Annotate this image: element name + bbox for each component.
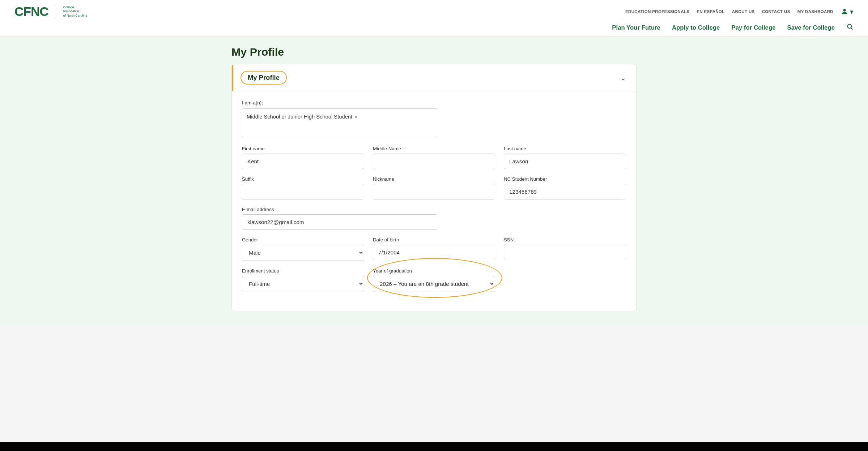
gender-select[interactable]: Male Female Other bbox=[242, 245, 364, 261]
contact-us-link[interactable]: CONTACT US bbox=[762, 9, 790, 14]
role-tag-text: Middle School or Junior High School Stud… bbox=[247, 114, 352, 120]
spacer-field bbox=[504, 268, 626, 292]
chevron-down-icon: ▾ bbox=[850, 8, 854, 16]
nc-student-label: NC Student Number bbox=[504, 176, 626, 182]
email-field: E-mail address bbox=[242, 207, 437, 230]
role-tag-remove-button[interactable]: × bbox=[354, 114, 357, 120]
middle-name-field: Middle Name bbox=[373, 146, 495, 169]
logo-sub-line1: College bbox=[63, 5, 88, 9]
suffix-input[interactable] bbox=[242, 184, 364, 199]
role-label: I am a(n): bbox=[242, 100, 437, 106]
ssn-input[interactable] bbox=[504, 245, 626, 260]
last-name-label: Last name bbox=[504, 146, 626, 151]
apply-to-college-link[interactable]: Apply to College bbox=[672, 24, 720, 31]
nc-student-input[interactable] bbox=[504, 184, 626, 199]
profile-card-header: My Profile ⌄ bbox=[232, 64, 636, 91]
page-title: My Profile bbox=[231, 46, 637, 58]
nc-student-field: NC Student Number bbox=[504, 176, 626, 199]
suffix-row: Suffix Nickname NC Student Number bbox=[242, 176, 626, 199]
grad-year-label: Year of graduation bbox=[373, 268, 495, 274]
grad-year-select[interactable]: 2026 – You are an 8th grade student 2025… bbox=[373, 276, 495, 292]
education-professionals-link[interactable]: EDUCATION PROFESSIONALS bbox=[625, 9, 689, 14]
svg-point-0 bbox=[843, 9, 846, 12]
email-label: E-mail address bbox=[242, 207, 437, 212]
top-navigation: CFNC College Foundation of North Carolin… bbox=[0, 0, 868, 37]
profile-form: I am a(n): Middle School or Junior High … bbox=[232, 91, 636, 311]
enrollment-field: Enrollment status Full-time Part-time bbox=[242, 268, 364, 292]
logo-sub-line3: of North Carolina bbox=[63, 14, 88, 18]
svg-line-2 bbox=[851, 28, 853, 30]
main-nav: Plan Your Future Apply to College Pay fo… bbox=[14, 20, 854, 36]
logo-sub-line2: Foundation bbox=[63, 9, 88, 13]
middle-name-label: Middle Name bbox=[373, 146, 495, 151]
gender-field: Gender Male Female Other bbox=[242, 237, 364, 261]
email-row: E-mail address bbox=[242, 207, 626, 230]
pay-for-college-link[interactable]: Pay for College bbox=[731, 24, 775, 31]
card-left-accent bbox=[232, 64, 233, 91]
role-tag: Middle School or Junior High School Stud… bbox=[247, 114, 358, 120]
content-area: My Profile ⌄ I am a(n): Middle School or… bbox=[0, 64, 868, 326]
nickname-field: Nickname bbox=[373, 176, 495, 199]
logo-subtitle: College Foundation of North Carolina bbox=[63, 5, 88, 18]
page-wrapper-title: My Profile bbox=[217, 46, 651, 58]
grad-year-field: Year of graduation 2026 – You are an 8th… bbox=[373, 268, 495, 292]
enrollment-select[interactable]: Full-time Part-time bbox=[242, 276, 364, 292]
first-name-field: First name bbox=[242, 146, 364, 169]
enrollment-label: Enrollment status bbox=[242, 268, 364, 274]
top-nav-upper: CFNC College Foundation of North Carolin… bbox=[14, 0, 854, 20]
plan-your-future-link[interactable]: Plan Your Future bbox=[612, 24, 660, 31]
nickname-input[interactable] bbox=[373, 184, 495, 199]
about-us-link[interactable]: ABOUT US bbox=[732, 9, 755, 14]
email-input[interactable] bbox=[242, 214, 437, 230]
suffix-field: Suffix bbox=[242, 176, 364, 199]
user-account-icon[interactable]: ▾ bbox=[841, 8, 854, 16]
suffix-label: Suffix bbox=[242, 176, 364, 182]
gender-label: Gender bbox=[242, 237, 364, 242]
middle-name-input[interactable] bbox=[373, 154, 495, 169]
my-dashboard-link[interactable]: MY DASHBOARD bbox=[797, 9, 833, 14]
first-name-input[interactable] bbox=[242, 154, 364, 169]
role-selector[interactable]: Middle School or Junior High School Stud… bbox=[242, 108, 437, 137]
logo-divider bbox=[56, 4, 56, 19]
last-name-input[interactable] bbox=[504, 154, 626, 169]
ssn-label: SSN bbox=[504, 237, 626, 242]
collapse-chevron-icon[interactable]: ⌄ bbox=[620, 74, 626, 82]
role-field: I am a(n): Middle School or Junior High … bbox=[242, 100, 437, 146]
profile-card-heading: My Profile bbox=[242, 72, 285, 84]
logo-area: CFNC College Foundation of North Carolin… bbox=[14, 4, 87, 19]
nickname-label: Nickname bbox=[373, 176, 495, 182]
top-links: EDUCATION PROFESSIONALS EN ESPAÑOL ABOUT… bbox=[625, 8, 854, 16]
search-icon[interactable] bbox=[846, 23, 854, 32]
dob-label: Date of birth bbox=[373, 237, 495, 242]
cfnc-logo[interactable]: CFNC bbox=[14, 4, 48, 19]
dob-input[interactable] bbox=[373, 245, 495, 260]
page-title-area: My Profile bbox=[0, 37, 868, 64]
last-name-field: Last name bbox=[504, 146, 626, 169]
name-row: First name Middle Name Last name bbox=[242, 146, 626, 169]
enrollment-row: Enrollment status Full-time Part-time Ye… bbox=[242, 268, 626, 292]
svg-point-1 bbox=[847, 24, 851, 28]
first-name-label: First name bbox=[242, 146, 364, 151]
profile-card: My Profile ⌄ I am a(n): Middle School or… bbox=[231, 64, 637, 311]
ssn-field: SSN bbox=[504, 237, 626, 261]
dob-field: Date of birth bbox=[373, 237, 495, 261]
en-espanol-link[interactable]: EN ESPAÑOL bbox=[697, 9, 724, 14]
gender-row: Gender Male Female Other Date of birth S… bbox=[242, 237, 626, 261]
save-for-college-link[interactable]: Save for College bbox=[787, 24, 835, 31]
page-wrapper-content: My Profile ⌄ I am a(n): Middle School or… bbox=[217, 64, 651, 311]
